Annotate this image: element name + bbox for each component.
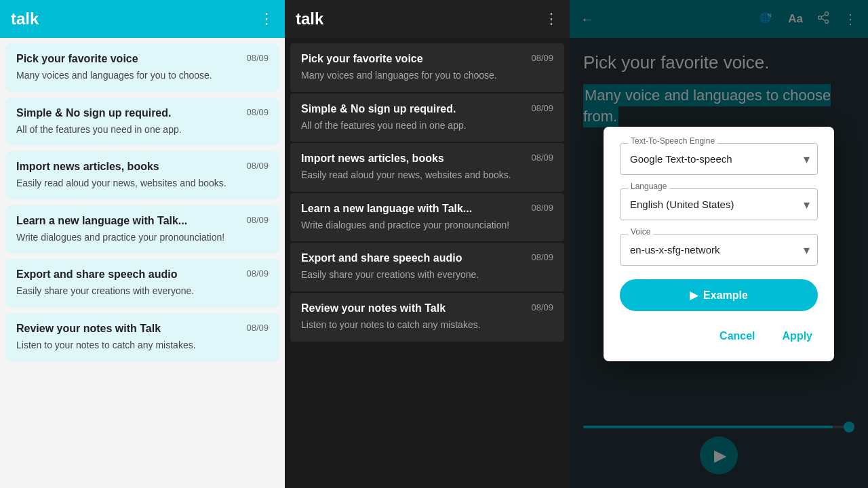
engine-label: Text-To-Speech Engine xyxy=(628,136,717,146)
panel-dark: talk ⋮ Pick your favorite voice 08/09 Ma… xyxy=(285,0,570,488)
item-body: Write dialogues and practice your pronou… xyxy=(301,219,553,232)
item-body: All of the features you need in one app. xyxy=(16,123,269,137)
panel2-header: talk ⋮ xyxy=(285,0,570,38)
item-title: Import news articles, books xyxy=(16,161,159,173)
item-body: Easily share your creations with everyon… xyxy=(301,268,553,282)
item-body: Many voices and languages for you to cho… xyxy=(301,69,553,83)
item-title: Simple & No sign up required. xyxy=(16,107,171,119)
list-item[interactable]: Pick your favorite voice 08/09 Many voic… xyxy=(5,43,279,92)
language-label: Language xyxy=(628,182,669,191)
item-body: All of the features you need in one app. xyxy=(301,119,553,133)
item-body: Easily share your creations with everyon… xyxy=(16,285,269,298)
voice-select[interactable]: en-us-x-sfg-networken-us-x-tpc-networken… xyxy=(620,234,818,266)
item-date: 08/09 xyxy=(531,152,553,163)
item-date: 08/09 xyxy=(246,161,269,171)
list-item[interactable]: Import news articles, books 08/09 Easily… xyxy=(5,151,279,200)
panel1-title: talk xyxy=(11,9,39,28)
item-date: 08/09 xyxy=(531,252,553,262)
item-body: Write dialogues and practice your pronou… xyxy=(16,231,269,245)
item-date: 08/09 xyxy=(246,323,269,333)
item-date: 08/09 xyxy=(531,53,553,63)
item-title: Pick your favorite voice xyxy=(16,53,138,65)
item-body: Easily read aloud your news, websites an… xyxy=(16,177,269,190)
apply-button[interactable]: Apply xyxy=(777,327,818,345)
panel2-title: talk xyxy=(296,9,323,28)
panel1-header: talk ⋮ xyxy=(0,0,285,38)
item-title: Export and share speech audio xyxy=(16,268,177,281)
panel-light: talk ⋮ Pick your favorite voice 08/09 Ma… xyxy=(0,0,285,488)
item-title: Export and share speech audio xyxy=(301,252,462,264)
item-title: Review your notes with Talk xyxy=(301,302,446,314)
item-date: 08/09 xyxy=(531,302,553,312)
list-item[interactable]: Pick your favorite voice 08/09 Many voic… xyxy=(290,43,564,92)
item-date: 08/09 xyxy=(531,203,553,213)
item-date: 08/09 xyxy=(246,53,269,63)
example-button[interactable]: ▶ Example xyxy=(620,279,818,311)
dialog-actions: Cancel Apply xyxy=(620,327,818,345)
cancel-button[interactable]: Cancel xyxy=(714,327,760,345)
item-body: Listen to your notes to catch any mistak… xyxy=(16,339,269,352)
voice-field-group: Voice en-us-x-sfg-networken-us-x-tpc-net… xyxy=(620,234,818,266)
item-date: 08/09 xyxy=(246,215,269,225)
panel-reader: ← 🌐 N Aa ⋮ Pick your favori xyxy=(570,0,868,488)
list-item[interactable]: Review your notes with Talk 08/09 Listen… xyxy=(290,293,564,342)
engine-select[interactable]: Google Text-to-speechSamsung TTSPico TTS xyxy=(620,143,818,175)
list-item[interactable]: Export and share speech audio 08/09 Easi… xyxy=(290,243,564,291)
voice-label: Voice xyxy=(628,227,653,237)
panel1-list: Pick your favorite voice 08/09 Many voic… xyxy=(0,38,285,488)
item-title: Import news articles, books xyxy=(301,152,444,165)
list-item[interactable]: Simple & No sign up required. 08/09 All … xyxy=(5,98,279,146)
item-date: 08/09 xyxy=(246,107,269,117)
item-title: Simple & No sign up required. xyxy=(301,103,456,115)
panel2-menu-icon[interactable]: ⋮ xyxy=(544,10,559,28)
item-title: Review your notes with Talk xyxy=(16,323,161,335)
item-title: Pick your favorite voice xyxy=(301,53,423,65)
panel2-list: Pick your favorite voice 08/09 Many voic… xyxy=(285,38,570,488)
tts-dialog: Text-To-Speech Engine Google Text-to-spe… xyxy=(604,127,834,361)
language-select[interactable]: English (United States)English (UK)Spani… xyxy=(620,188,818,220)
dialog-overlay: Text-To-Speech Engine Google Text-to-spe… xyxy=(570,0,868,488)
item-date: 08/09 xyxy=(246,268,269,279)
engine-field-group: Text-To-Speech Engine Google Text-to-spe… xyxy=(620,143,818,175)
item-body: Many voices and languages for you to cho… xyxy=(16,69,269,83)
item-title: Learn a new language with Talk... xyxy=(16,215,187,227)
list-item[interactable]: Export and share speech audio 08/09 Easi… xyxy=(5,259,279,308)
list-item[interactable]: Learn a new language with Talk... 08/09 … xyxy=(290,193,564,242)
item-body: Easily read aloud your news, websites an… xyxy=(301,169,553,182)
item-title: Learn a new language with Talk... xyxy=(301,203,472,215)
item-date: 08/09 xyxy=(531,103,553,113)
item-body: Listen to your notes to catch any mistak… xyxy=(301,319,553,332)
list-item[interactable]: Learn a new language with Talk... 08/09 … xyxy=(5,205,279,254)
panel1-menu-icon[interactable]: ⋮ xyxy=(259,10,274,28)
list-item[interactable]: Review your notes with Talk 08/09 Listen… xyxy=(5,313,279,362)
example-label: Example xyxy=(703,289,748,302)
language-field-group: Language English (United States)English … xyxy=(620,188,818,220)
example-play-icon: ▶ xyxy=(690,289,698,302)
list-item[interactable]: Simple & No sign up required. 08/09 All … xyxy=(290,94,564,142)
list-item[interactable]: Import news articles, books 08/09 Easily… xyxy=(290,143,564,192)
